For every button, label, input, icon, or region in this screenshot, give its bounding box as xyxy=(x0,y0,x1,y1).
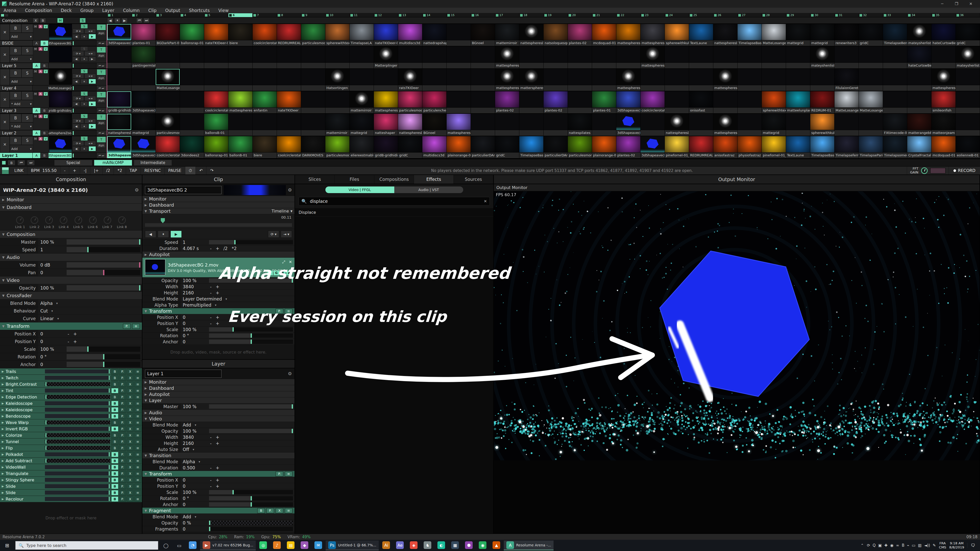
clip-thumbnail[interactable] xyxy=(713,136,737,152)
clip-cell[interactable]: mattespheres8 xyxy=(713,69,738,91)
param-slider[interactable] xyxy=(209,278,293,283)
clip-thumbnail[interactable] xyxy=(762,91,786,107)
taskbar-app-icon[interactable]: Ae xyxy=(393,540,407,551)
dashboard-knob-link-2[interactable]: Link 2 xyxy=(30,215,40,230)
bounce-mode-button[interactable]: ⇥ ▾ xyxy=(84,73,96,79)
clip-cell[interactable] xyxy=(592,46,616,68)
clip-cell[interactable] xyxy=(495,114,519,136)
clip-cell[interactable]: gridC xyxy=(398,136,422,158)
effect-opacity-bar[interactable] xyxy=(45,478,110,482)
knob-icon[interactable] xyxy=(103,216,111,224)
increment-button[interactable]: + xyxy=(216,246,219,251)
clip-cell[interactable]: gridB-gridhiding xyxy=(374,136,398,158)
effect-button-p-[interactable]: P. xyxy=(119,490,126,495)
param-dropdown[interactable]: Premultiplied▾ xyxy=(181,303,216,308)
step-button--2[interactable]: *2 xyxy=(232,246,237,251)
clip-cell[interactable] xyxy=(471,69,495,91)
clip-cell[interactable]: mattespheres8 xyxy=(616,69,641,91)
layer-pause-button[interactable]: ⏸ xyxy=(80,56,88,62)
clip-cell[interactable] xyxy=(544,114,568,136)
layer-a-toggle[interactable]: A xyxy=(38,137,43,141)
layer-blend-dropdown[interactable]: Add▾ xyxy=(10,55,33,63)
effect-row-wave-warp[interactable]: ▶Wave WarpBP.X≡ xyxy=(0,419,142,426)
effect-button-x[interactable]: X xyxy=(127,445,134,451)
clip-play-button[interactable]: ▶ xyxy=(170,230,182,238)
param-blend-mode[interactable]: Blend ModeLayer Determined▾ xyxy=(142,296,294,302)
clip-cell[interactable]: gridC xyxy=(859,24,883,46)
clip-cell[interactable]: BGnoel xyxy=(471,24,495,46)
param-dropdown[interactable]: Add▾ xyxy=(181,422,196,427)
clip-thumbnail[interactable] xyxy=(907,24,931,40)
clip-cell[interactable]: mateyshenlisting xyxy=(810,46,835,68)
clip-thumbnail[interactable] xyxy=(156,91,180,107)
layer-clear-button[interactable]: ✕ xyxy=(0,46,10,63)
clip-thumbnail[interactable] xyxy=(350,114,374,130)
section-button-p-[interactable]: P. xyxy=(266,508,274,513)
loop-mode-button[interactable]: ⟳ ▾ xyxy=(268,230,279,238)
effect-opacity-bar[interactable] xyxy=(45,472,110,476)
clip-cell[interactable]: gridC xyxy=(956,24,980,46)
clip-thumbnail[interactable] xyxy=(156,114,180,130)
clip-cell[interactable]: nattespheresDu xyxy=(107,114,131,136)
clip-thumbnail[interactable] xyxy=(519,69,543,85)
clip-thumbnail[interactable] xyxy=(835,136,859,152)
loop-mode-button[interactable]: ⟳ ▾ xyxy=(73,118,84,124)
layer-bypass-button[interactable]: B xyxy=(10,46,21,55)
clip-cell[interactable]: ballonB-01 xyxy=(228,136,253,158)
clip-thumbnail[interactable] xyxy=(665,91,689,107)
layer-clear-button[interactable]: ✕ xyxy=(0,114,10,130)
bounce-mode-button[interactable]: ⇥ ▾ xyxy=(84,29,96,34)
prev-clip-icon[interactable]: ⏮ xyxy=(99,87,101,90)
layer-s-chip[interactable]: S xyxy=(81,92,88,96)
clip-thumbnail[interactable] xyxy=(835,24,859,40)
clip-cell[interactable]: hateCurtswBe xyxy=(932,24,956,46)
param-slider[interactable] xyxy=(209,496,293,500)
clip-cell[interactable]: 3dShapeavecBG xyxy=(616,91,641,113)
menu-output[interactable]: Output xyxy=(165,8,180,13)
clip-cell[interactable] xyxy=(471,114,495,136)
column-header-5[interactable]: 5 xyxy=(204,13,228,17)
layer-solo-button[interactable]: S xyxy=(21,24,33,33)
increment-button[interactable]: + xyxy=(216,290,219,295)
clip-cell[interactable]: spherewithtexture xyxy=(762,91,786,113)
clip-thumbnail[interactable] xyxy=(204,114,228,130)
column-header-20[interactable]: 20 xyxy=(568,13,592,17)
clip-thumbnail[interactable] xyxy=(131,91,156,107)
layer-s-chip[interactable]: S xyxy=(81,47,88,51)
browser-tab-slices[interactable]: Slices xyxy=(295,175,334,184)
clip-thumbnail[interactable] xyxy=(616,91,640,107)
clip-thumbnail[interactable] xyxy=(641,69,665,85)
clip-thumbnail[interactable] xyxy=(786,114,810,130)
effect-row-stingy-sphere[interactable]: ▶Stingy SphereBP.X≡ xyxy=(0,477,142,483)
clip-thumbnail[interactable] xyxy=(641,114,665,130)
param-position-x[interactable]: Position X0-+ xyxy=(142,477,294,483)
clip-thumbnail[interactable] xyxy=(325,69,349,85)
layer-solo-button[interactable]: S xyxy=(21,91,33,100)
decrement-button[interactable]: - xyxy=(210,290,212,295)
clip-cell[interactable] xyxy=(859,69,883,91)
clip-cell[interactable]: mateysherlisting xyxy=(907,24,932,46)
clip-cell[interactable]: matterangeb8-01 xyxy=(907,114,932,136)
clip-thumbnail[interactable] xyxy=(956,114,980,130)
effect-button-p-[interactable]: P. xyxy=(119,375,126,381)
param-opacity[interactable]: Opacity0 % xyxy=(142,520,294,526)
toolbar-button-tap[interactable]: TAP xyxy=(126,167,141,175)
param-slider[interactable] xyxy=(209,429,293,433)
play-direction-button[interactable]: ⇥ ▾ xyxy=(281,230,292,238)
section-audio[interactable]: ▶Audio xyxy=(142,410,294,416)
effect-button-x[interactable]: X xyxy=(127,388,134,393)
toolbar-button--[interactable]: + xyxy=(69,167,80,175)
clip-cell[interactable]: coolcirclerotate xyxy=(253,24,277,46)
clip-thumbnail[interactable] xyxy=(301,69,325,85)
effect-row-flip[interactable]: ▶FlipBP.X≡ xyxy=(0,445,142,451)
clip-cell[interactable]: nateTKIDeer-01 xyxy=(204,24,228,46)
clip-thumbnail[interactable] xyxy=(689,24,713,40)
clip-cell[interactable] xyxy=(689,46,713,68)
clip-thumbnail[interactable] xyxy=(568,136,592,152)
effect-button--[interactable]: ≡ xyxy=(134,413,142,419)
param-duration[interactable]: Duration4.067 s-+/2*2 xyxy=(142,245,294,251)
clip-cell[interactable] xyxy=(277,46,301,68)
layer-prev-frame-button[interactable]: ◀ xyxy=(73,56,80,62)
clip-cell[interactable]: Timelapsefernas xyxy=(835,136,859,158)
clip-cell[interactable]: FilulaionGeretche xyxy=(835,69,859,91)
